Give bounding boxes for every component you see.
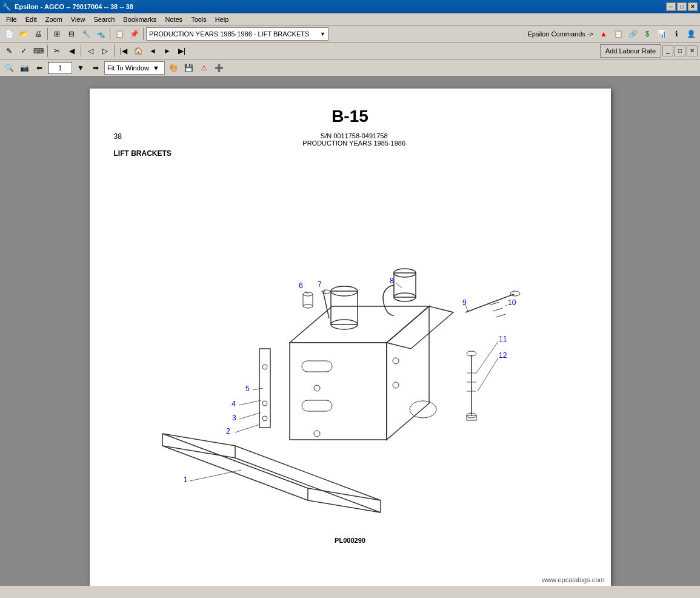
menu-tools[interactable]: Tools xyxy=(187,15,210,24)
menu-view[interactable]: View xyxy=(67,15,89,24)
toolbar3: 🔍 📷 ⬅ 1 ▼ ➡ Fit To Window ▼ 🎨 💾 ⚠ ➕ xyxy=(0,59,700,76)
sep4 xyxy=(47,45,48,57)
toolbar1: 📄 📂 🖨 ⊞ ⊟ 🔧 🔩 📋 📌 PRODUCTION YEARS 1985-… xyxy=(0,25,700,42)
toolbar2: ✎ ✓ ⌨ ✂ ◀ ◁ ▷ |◀ 🏠 ◄ ► ▶| Add Labour Rat… xyxy=(0,42,700,59)
svg-text:1: 1 xyxy=(184,475,188,484)
edit-btn[interactable]: ✎ xyxy=(2,44,16,58)
zoom-dropdown[interactable]: Fit To Window ▼ xyxy=(104,61,165,75)
maximize-button[interactable]: □ xyxy=(677,2,687,11)
tb2-small-btn2[interactable]: □ xyxy=(675,45,685,56)
svg-point-20 xyxy=(393,358,399,364)
svg-line-74 xyxy=(478,358,498,391)
nav-forward[interactable]: ▷ xyxy=(98,44,112,58)
add-labour-rate-button[interactable]: Add Labour Rate xyxy=(600,44,661,58)
keyboard-btn[interactable]: ⌨ xyxy=(32,44,45,58)
window-title: Epsilon - AGCO -- 79017004 -- 38 -- 38 xyxy=(15,3,133,10)
tb-btn4[interactable]: 🔩 xyxy=(94,27,107,41)
svg-point-21 xyxy=(393,382,399,388)
sn-info: S/N 0011758-0491758 PRODUCTION YEARS 198… xyxy=(302,132,405,147)
nav-prev-page[interactable]: ◄ xyxy=(146,44,159,58)
nav-home[interactable]: 🏠 xyxy=(132,44,145,58)
tb2-small-btn1[interactable]: _ xyxy=(662,45,673,56)
tb2-small-btn3[interactable]: ✕ xyxy=(687,45,698,56)
nav-last[interactable]: ▶| xyxy=(175,44,188,58)
catalog-dropdown-text: PRODUCTION YEARS 1985-1986 - LIFT BRACKE… xyxy=(149,30,319,38)
new-button[interactable]: 📄 xyxy=(2,27,16,41)
zoom-level-text: Fit To Window xyxy=(107,64,149,72)
window-controls: ─ □ ✕ xyxy=(666,2,698,11)
check-btn[interactable]: ✓ xyxy=(17,44,30,58)
page-sheet: B-15 38 S/N 0011758-0491758 PRODUCTION Y… xyxy=(90,89,611,586)
page-number-input[interactable]: 1 xyxy=(48,62,72,74)
svg-line-4 xyxy=(235,458,381,512)
section-number: 38 xyxy=(114,132,122,141)
svg-marker-50 xyxy=(387,306,453,349)
epsilon-btn1[interactable]: ▲ xyxy=(597,27,610,41)
svg-line-42 xyxy=(496,314,505,317)
color-btn[interactable]: 🎨 xyxy=(167,61,180,75)
svg-line-38 xyxy=(465,294,514,312)
sep5 xyxy=(81,45,81,57)
next-view-btn[interactable]: ➡ xyxy=(89,61,102,75)
tb-btn3[interactable]: 🔧 xyxy=(79,27,93,41)
svg-text:2: 2 xyxy=(226,427,230,435)
title-text: 🔧 Epsilon - AGCO -- 79017004 -- 38 -- 38 xyxy=(2,3,133,11)
nav-back[interactable]: ◁ xyxy=(84,44,97,58)
menu-file[interactable]: File xyxy=(2,15,21,24)
tb-btn6[interactable]: 📌 xyxy=(127,27,141,41)
menu-search[interactable]: Search xyxy=(90,15,118,24)
prev-view-btn[interactable]: ⬅ xyxy=(33,61,46,75)
svg-point-23 xyxy=(262,365,267,369)
epsilon-btn4[interactable]: $ xyxy=(641,27,654,41)
svg-line-10 xyxy=(162,434,235,446)
tb-btn2[interactable]: ⊟ xyxy=(65,27,78,41)
menu-notes[interactable]: Notes xyxy=(161,15,186,24)
epsilon-label: Epsilon Commands -> xyxy=(527,30,593,38)
svg-line-58 xyxy=(239,400,261,405)
svg-line-56 xyxy=(239,412,261,419)
svg-rect-15 xyxy=(302,361,332,372)
page-dropdown-btn[interactable]: ▼ xyxy=(74,61,87,75)
sep1 xyxy=(47,28,48,40)
close-button[interactable]: ✕ xyxy=(688,2,698,11)
svg-line-52 xyxy=(190,470,241,481)
open-button[interactable]: 📂 xyxy=(17,27,30,41)
svg-point-19 xyxy=(314,431,320,437)
catalog-dropdown[interactable]: PRODUCTION YEARS 1985-1986 - LIFT BRACKE… xyxy=(146,27,328,41)
svg-rect-12 xyxy=(290,343,387,440)
epsilon-btn3[interactable]: 🔗 xyxy=(626,27,639,41)
epsilon-btn5[interactable]: 📊 xyxy=(655,27,668,41)
pl-code: PL000290 xyxy=(114,537,587,544)
menu-help[interactable]: Help xyxy=(212,15,233,24)
tb-btn1[interactable]: ⊞ xyxy=(50,27,64,41)
menu-zoom[interactable]: Zoom xyxy=(42,15,66,24)
save-view-btn[interactable]: 💾 xyxy=(182,61,195,75)
menu-bookmarks[interactable]: Bookmarks xyxy=(119,15,160,24)
epsilon-btn2[interactable]: 📋 xyxy=(612,27,625,41)
nav-next-page[interactable]: ► xyxy=(161,44,174,58)
screenshot-btn[interactable]: 📷 xyxy=(18,61,31,75)
zoom-in-btn[interactable]: 🔍 xyxy=(2,61,16,75)
title-bar: 🔧 Epsilon - AGCO -- 79017004 -- 38 -- 38… xyxy=(0,0,700,13)
minimize-button[interactable]: ─ xyxy=(666,2,676,11)
zoom-arrow: ▼ xyxy=(153,64,159,72)
menu-bar: File Edit Zoom View Search Bookmarks Not… xyxy=(0,13,700,25)
tb-btn5[interactable]: 📋 xyxy=(113,27,126,41)
menu-edit[interactable]: Edit xyxy=(22,15,41,24)
epsilon-btn6[interactable]: ℹ xyxy=(670,27,683,41)
nav-btn1[interactable]: ✂ xyxy=(50,44,64,58)
sep2 xyxy=(110,28,110,40)
diagram-area: 1 2 3 4 5 xyxy=(114,167,587,531)
print-button[interactable]: 🖨 xyxy=(32,27,45,41)
nav-btn2[interactable]: ◀ xyxy=(65,44,78,58)
alert-btn[interactable]: ⚠ xyxy=(197,61,210,75)
svg-line-41 xyxy=(493,308,502,311)
svg-text:3: 3 xyxy=(232,414,236,422)
nav-first[interactable]: |◀ xyxy=(117,44,130,58)
svg-line-36 xyxy=(323,291,329,318)
svg-text:9: 9 xyxy=(462,298,467,307)
add-btn[interactable]: ➕ xyxy=(212,61,225,75)
epsilon-btn7[interactable]: 👤 xyxy=(684,27,698,41)
page-container[interactable]: B-15 38 S/N 0011758-0491758 PRODUCTION Y… xyxy=(0,76,700,586)
diagram-title: LIFT BRACKETS xyxy=(114,149,587,158)
